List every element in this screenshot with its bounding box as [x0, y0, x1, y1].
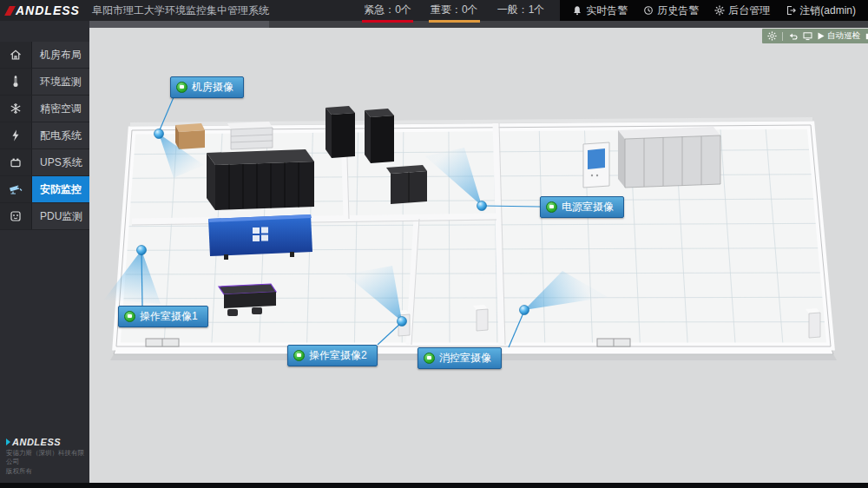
power-socket-icon	[0, 203, 32, 229]
camera-status-icon	[176, 82, 187, 93]
sidebar-item-security-monitoring[interactable]: 安防监控	[0, 176, 89, 203]
sidebar-item-label: 精密空调	[32, 96, 89, 122]
menu-history-alarm[interactable]: 历史告警	[643, 3, 699, 18]
history-icon	[643, 5, 654, 16]
sidebar-item-precision-ac[interactable]: 精密空调	[0, 96, 89, 122]
sidebar-item-ups[interactable]: UPS系统	[0, 149, 89, 176]
brand-text: ANDLESS	[16, 3, 80, 17]
camera-label-machine-room[interactable]: 机房摄像	[170, 76, 244, 98]
footer-company: 安德力斯（深圳）科技有限公司	[6, 449, 89, 466]
camera-label-text: 机房摄像	[192, 80, 233, 95]
home-icon	[0, 42, 32, 68]
camera-label-text: 消控室摄像	[439, 351, 491, 366]
page-title: 阜阳市理工大学环境监控集中管理系统	[92, 3, 269, 18]
sidebar-item-pdu[interactable]: PDU监测	[0, 203, 89, 230]
top-menu: 实时告警 历史告警 后台管	[560, 0, 868, 21]
battery-icon	[0, 149, 32, 175]
cctv-camera-icon	[0, 176, 32, 202]
app-window: { "app": { "brand": "ANDLESS", "title": …	[0, 0, 868, 488]
camera-label-text: 操作室摄像2	[309, 348, 367, 363]
snowflake-icon	[0, 96, 32, 122]
brand-logo: ANDLESS	[0, 3, 89, 17]
sidebar: 机房布局 环境监测	[0, 21, 89, 488]
auto-patrol-button[interactable]: 自动巡检	[818, 30, 860, 42]
bottom-bar	[0, 483, 868, 488]
sidebar-item-environment[interactable]: 环境监测	[0, 69, 89, 96]
play-icon	[818, 32, 825, 40]
camera-label-power-room[interactable]: 电源室摄像	[540, 196, 624, 218]
camera-label-text: 电源室摄像	[562, 200, 614, 214]
screen-icon	[803, 31, 812, 41]
floorplan-view: 机房摄像 电源室摄像 操作室摄像1 操作室摄像2 消控室摄像	[89, 28, 868, 483]
menu-realtime-alarm[interactable]: 实时告警	[572, 3, 628, 18]
menu-admin-label: 后台管理	[728, 3, 770, 18]
alarm-counter-general-text: 一般：1个	[497, 3, 545, 16]
viewer-toolbar: 自动巡检 停止巡检	[762, 29, 868, 43]
lightning-icon	[0, 122, 32, 148]
sidebar-item-label: 环境监测	[32, 69, 89, 95]
viewer-settings-button[interactable]	[767, 31, 777, 41]
sidebar-footer: ANDLESS 安德力斯（深圳）科技有限公司 版权所有	[6, 437, 89, 476]
sidebar-item-label: UPS系统	[32, 149, 89, 175]
brand-red-slash-icon	[4, 6, 16, 16]
viewer-fullscreen-button[interactable]	[803, 31, 812, 41]
gear-icon	[767, 31, 777, 41]
sidebar-item-room-layout[interactable]: 机房布局	[0, 42, 89, 69]
sidebar-item-label: 机房布局	[32, 42, 89, 68]
sidebar-item-label: 配电系统	[32, 122, 89, 148]
sub-bar-tab	[89, 21, 269, 28]
auto-patrol-label: 自动巡检	[827, 30, 860, 42]
sidebar-menu: 机房布局 环境监测	[0, 42, 89, 230]
camera-label-text: 操作室摄像1	[140, 309, 198, 324]
footer-copyright: 版权所有	[6, 467, 89, 476]
camera-label-operation-room-2[interactable]: 操作室摄像2	[287, 345, 378, 366]
camera-status-icon	[293, 350, 305, 361]
footer-brand-arrow-icon	[6, 439, 10, 445]
alarm-counter-important[interactable]: 重要：0个	[431, 3, 478, 19]
camera-label-operation-room-1[interactable]: 操作室摄像1	[118, 306, 208, 327]
menu-logout-label: 注销(admin)	[799, 3, 856, 18]
alarm-bell-icon	[572, 5, 582, 16]
alarm-counter-urgent[interactable]: 紧急：0个	[364, 3, 411, 19]
footer-brand-text: ANDLESS	[12, 437, 61, 447]
alarm-counter-important-text: 重要：0个	[431, 3, 478, 16]
camera-label-fire-control-room[interactable]: 消控室摄像	[418, 347, 502, 369]
logout-icon	[786, 5, 796, 16]
alarm-counter-general[interactable]: 一般：1个	[497, 3, 545, 19]
server-rack-row	[207, 149, 314, 210]
camera-status-icon	[424, 353, 435, 364]
gear-icon	[714, 5, 725, 16]
alarm-counter-urgent-text: 紧急：0个	[364, 3, 411, 16]
top-bar: ANDLESS 阜阳市理工大学环境监控集中管理系统 紧急：0个 重要：0个 一般…	[0, 0, 868, 21]
menu-logout[interactable]: 注销(admin)	[786, 3, 856, 18]
camera-status-icon	[546, 201, 557, 213]
undo-arrow-icon	[788, 31, 798, 41]
thermometer-icon	[0, 69, 32, 95]
alarm-counters: 紧急：0个 重要：0个 一般：1个	[364, 3, 544, 19]
menu-realtime-alarm-label: 实时告警	[586, 3, 628, 18]
menu-admin[interactable]: 后台管理	[714, 3, 770, 18]
sidebar-item-power-distribution[interactable]: 配电系统	[0, 122, 89, 149]
camera-status-icon	[124, 311, 135, 322]
viewer-back-button[interactable]	[788, 31, 798, 41]
sidebar-item-label: PDU监测	[32, 203, 89, 229]
sidebar-item-label: 安防监控	[32, 176, 89, 202]
menu-history-alarm-label: 历史告警	[657, 3, 699, 18]
